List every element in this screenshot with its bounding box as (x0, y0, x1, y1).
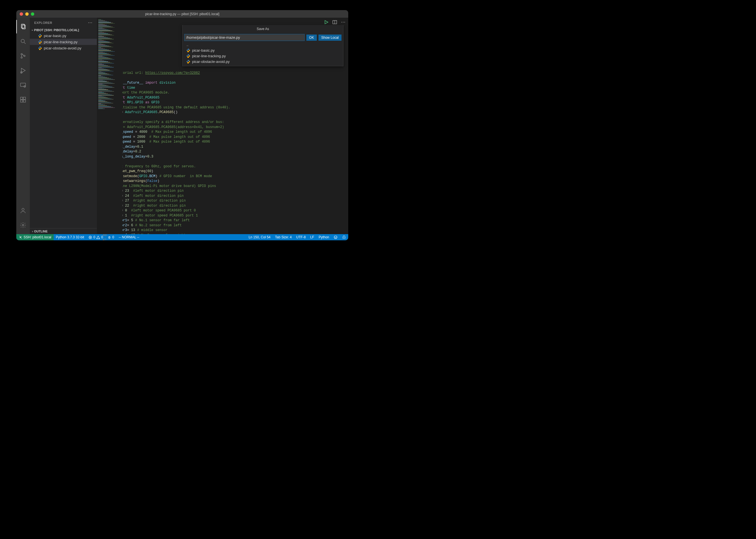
run-button[interactable] (324, 20, 329, 25)
save-as-dialog: Save As OK Show Local .. picar-basic.pyp… (182, 25, 343, 66)
python-file-icon (186, 48, 190, 52)
window-title: picar-line-tracking.py — pibot [SSH: pib… (16, 12, 348, 16)
vim-mode: -- NORMAL -- (117, 234, 142, 240)
save-as-title: Save As (183, 25, 343, 33)
file-item[interactable]: picar-obstacle-avoid.py (30, 45, 97, 51)
python-version[interactable]: Python 3.7.3 32-bit (54, 234, 87, 240)
explorer-header: EXPLORER ⋯ (30, 18, 97, 28)
show-local-button[interactable]: Show Local (318, 35, 342, 41)
error-count: 0 (93, 235, 95, 239)
save-as-item-label: picar-obstacle-avoid.py (192, 59, 230, 64)
chevron-right-icon: › (32, 230, 33, 233)
file-item[interactable]: picar-line-tracking.py (30, 39, 97, 45)
chevron-down-icon: › (31, 30, 34, 30)
svg-point-6 (24, 55, 25, 57)
ok-button[interactable]: OK (306, 35, 317, 41)
python-file-icon (186, 54, 190, 58)
save-as-file-list: .. picar-basic.pypicar-line-tracking.pyp… (183, 42, 343, 66)
titlebar: picar-line-tracking.py — pibot [SSH: pib… (16, 10, 348, 18)
save-as-item-label: picar-basic.py (192, 48, 214, 52)
svg-rect-1 (22, 25, 25, 29)
debug-activity[interactable] (16, 64, 30, 77)
port-count: 0 (112, 235, 114, 239)
settings-icon[interactable] (16, 218, 30, 232)
svg-marker-17 (325, 21, 328, 24)
svg-rect-11 (21, 97, 23, 99)
svg-rect-0 (21, 24, 25, 28)
svg-rect-12 (21, 100, 23, 102)
svg-rect-9 (21, 83, 26, 87)
notifications-icon[interactable] (340, 234, 348, 240)
file-list: picar-basic.pypicar-line-tracking.pypica… (30, 33, 97, 51)
encoding[interactable]: UTF-8 (294, 234, 308, 240)
python-file-icon (186, 59, 190, 64)
svg-line-3 (24, 42, 26, 44)
outline-section[interactable]: › OUTLINE (30, 228, 97, 234)
save-as-item[interactable]: picar-obstacle-avoid.py (183, 59, 343, 64)
close-window-button[interactable] (20, 12, 23, 16)
accounts-icon[interactable] (16, 204, 30, 217)
svg-rect-13 (23, 100, 26, 102)
status-bar: SSH: pibot01.local Python 3.7.3 32-bit 0… (16, 234, 348, 240)
cursor-position[interactable]: Ln 150, Col 54 (246, 234, 273, 240)
feedback-icon[interactable] (331, 234, 340, 240)
svg-point-23 (109, 237, 110, 238)
save-as-item[interactable]: picar-line-tracking.py (183, 53, 343, 59)
save-as-item-label: picar-line-tracking.py (192, 54, 226, 58)
file-item[interactable]: picar-basic.py (30, 33, 97, 39)
scm-activity[interactable] (16, 49, 30, 63)
editor-area: ⋯ 78910111213141516171819202122232425262… (97, 18, 348, 234)
remote-explorer-activity[interactable] (16, 78, 30, 92)
explorer-sidebar: EXPLORER ⋯ › PIBOT [SSH: PIBOT01.LOCAL] … (30, 18, 97, 234)
extensions-activity[interactable] (16, 93, 30, 107)
python-file-icon (38, 46, 42, 50)
split-editor-icon[interactable] (332, 20, 337, 25)
window-controls (16, 12, 34, 16)
main-area: EXPLORER ⋯ › PIBOT [SSH: PIBOT01.LOCAL] … (16, 18, 348, 234)
explorer-more-icon[interactable]: ⋯ (88, 20, 93, 25)
svg-point-5 (21, 57, 23, 58)
parent-dir-item[interactable]: .. (183, 42, 343, 47)
explorer-title: EXPLORER (34, 21, 52, 25)
editor-more-icon[interactable]: ⋯ (341, 19, 345, 25)
language-mode[interactable]: Python (316, 234, 331, 240)
eol[interactable]: LF (308, 234, 316, 240)
svg-rect-14 (23, 97, 26, 99)
outline-label: OUTLINE (34, 230, 47, 233)
indentation[interactable]: Tab Size: 4 (273, 234, 294, 240)
svg-point-16 (22, 224, 24, 226)
vscode-window: picar-line-tracking.py — pibot [SSH: pib… (16, 10, 348, 240)
python-file-icon (38, 34, 42, 38)
activity-bar (16, 18, 30, 234)
search-activity[interactable] (16, 35, 30, 48)
file-name: picar-obstacle-avoid.py (44, 46, 81, 50)
svg-point-15 (22, 208, 24, 210)
folder-name: PIBOT [SSH: PIBOT01.LOCAL] (34, 28, 79, 32)
python-file-icon (38, 39, 42, 44)
folder-section[interactable]: › PIBOT [SSH: PIBOT01.LOCAL] (30, 28, 97, 33)
ports-indicator[interactable]: 0 (105, 234, 117, 240)
svg-point-4 (21, 54, 23, 55)
zoom-window-button[interactable] (31, 12, 34, 16)
remote-label: SSH: pibot01.local (24, 235, 51, 239)
svg-point-24 (334, 236, 337, 239)
minimap[interactable] (97, 18, 123, 234)
minimize-window-button[interactable] (25, 12, 29, 16)
save-as-item[interactable]: picar-basic.py (183, 47, 343, 53)
remote-indicator[interactable]: SSH: pibot01.local (16, 234, 54, 240)
file-name: picar-basic.py (44, 34, 66, 38)
file-name: picar-line-tracking.py (44, 40, 77, 44)
svg-point-2 (21, 39, 25, 43)
explorer-activity[interactable] (16, 20, 30, 34)
save-as-path-input[interactable] (184, 34, 305, 41)
editor-actions: ⋯ (324, 19, 345, 25)
